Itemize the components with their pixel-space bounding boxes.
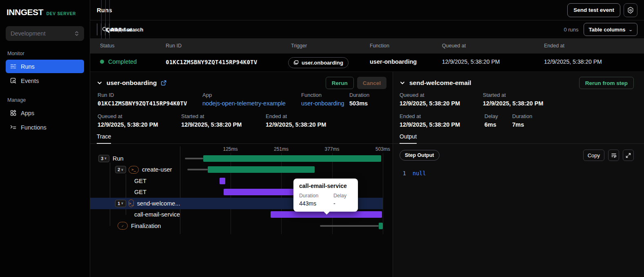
- span-bar[interactable]: [208, 166, 315, 173]
- trigger-pill[interactable]: user.onboarding: [288, 57, 349, 68]
- axis-tick: 125ms: [223, 146, 238, 152]
- span-bar[interactable]: [224, 189, 301, 195]
- trace-row-label: GET: [134, 178, 147, 184]
- field-ended-at: Ended at 12/9/2025, 5:38:20 PM: [266, 113, 326, 128]
- run-detail-section: user-onboarding Rerun Cancel Run ID 01KC…: [90, 72, 644, 277]
- trace-row[interactable]: 2∨>_create-user: [90, 164, 383, 176]
- sidebar-item-functions[interactable]: Functions: [6, 121, 84, 134]
- word-wrap-button[interactable]: [608, 150, 619, 161]
- sidebar-item-label: Runs: [21, 63, 35, 70]
- select-chevrons-icon: [74, 31, 79, 36]
- trace-row-name: 3∨Run: [90, 153, 180, 164]
- trace-row-name: GET: [90, 187, 180, 198]
- column-header-queued-at: Queued at: [442, 43, 466, 49]
- sidebar-section-monitor: Monitor: [7, 51, 82, 56]
- run-detail-title: user-onboarding: [107, 79, 157, 87]
- table-columns-label: Table columns: [589, 27, 626, 33]
- collapse-toggle-button[interactable]: 1∨: [115, 200, 126, 207]
- field-value: 12/9/2025, 5:38:20 PM: [98, 121, 158, 128]
- runs-count: 0 runs: [564, 27, 578, 33]
- field-duration: Duration 503ms: [349, 92, 369, 107]
- collapse-toggle-button[interactable]: 3∨: [98, 155, 109, 162]
- field-value: 6ms: [484, 121, 498, 128]
- expand-button[interactable]: [623, 150, 634, 161]
- function-link[interactable]: user-onboarding: [301, 100, 344, 107]
- external-link-icon[interactable]: [161, 80, 167, 86]
- field-step-duration: Duration 7ms: [512, 113, 532, 128]
- trace-row-label: send-welcome...: [137, 200, 180, 207]
- sidebar: INNGEST DEV SERVER Development Monitor R…: [0, 0, 90, 277]
- collapse-step-chevron-icon[interactable]: [400, 80, 405, 86]
- field-label: Queued at: [400, 92, 460, 98]
- trace-row-name: GET: [90, 175, 180, 187]
- show-search-button[interactable]: Show search: [97, 23, 98, 36]
- app-link[interactable]: nodejs-open-telemetry-example: [202, 100, 286, 107]
- status-dot-icon: [100, 60, 104, 64]
- column-header-run-id: Run ID: [166, 43, 182, 49]
- trace-row-label: create-user: [142, 166, 172, 173]
- step-terminal-icon: >_: [129, 166, 139, 174]
- step-output-chip: Step Output: [400, 150, 440, 161]
- sidebar-item-apps[interactable]: Apps: [6, 106, 84, 120]
- trace-row-name: call-email-service: [90, 209, 180, 221]
- trace-row-name: 2∨>_create-user: [90, 164, 180, 176]
- sidebar-item-events[interactable]: Events: [6, 74, 84, 87]
- tooltip-duration-label: Duration: [299, 193, 333, 199]
- run-queued-at: 12/9/2025, 5:38:20 PM: [442, 58, 500, 65]
- rerun-button[interactable]: Rerun: [326, 77, 354, 89]
- field-value: 12/9/2025, 5:38:20 PM: [400, 100, 460, 107]
- functions-icon: [10, 124, 17, 131]
- rerun-from-step-button[interactable]: Rerun from step: [579, 77, 634, 89]
- dev-server-badge: DEV SERVER: [47, 11, 76, 16]
- table-columns-button[interactable]: Table columns ⌄: [584, 23, 637, 36]
- run-table-row[interactable]: Completed 01KC1ZMSBNY9ZQT415RP94K0TV use…: [90, 54, 644, 72]
- sidebar-item-label: Apps: [21, 110, 34, 116]
- sidebar-item-runs[interactable]: Runs: [6, 60, 84, 73]
- collapse-run-chevron-icon[interactable]: [97, 80, 102, 86]
- span-tooltip: call-email-service Duration 443ms Delay …: [293, 179, 358, 212]
- send-test-event-button[interactable]: Send test event: [567, 3, 620, 17]
- run-function: user-onboarding: [370, 58, 417, 65]
- trace-row-label: Finalization: [131, 223, 161, 229]
- environment-select[interactable]: Development: [6, 26, 84, 41]
- tooltip-title: call-email-service: [299, 183, 352, 189]
- trace-row-name: 1∨>_send-welcome...: [90, 198, 180, 209]
- field-label: Duration: [512, 113, 532, 119]
- field-value: 503ms: [349, 100, 369, 107]
- app-window: INNGEST DEV SERVER Development Monitor R…: [0, 0, 644, 277]
- sidebar-section-manage: Manage: [7, 97, 82, 103]
- tab-output[interactable]: Output: [400, 133, 417, 144]
- trace-axis: 125ms 251ms 377ms 503ms: [180, 146, 383, 153]
- step-detail-tabs: Output: [393, 133, 644, 144]
- queue-delay-segment[interactable]: [187, 169, 208, 170]
- collapse-toggle-button[interactable]: 2∨: [115, 166, 126, 173]
- tooltip-duration-value: 443ms: [299, 200, 333, 207]
- trace-row[interactable]: 3∨Run: [90, 153, 383, 164]
- status-filter: Status All ⌄: [105, 23, 106, 36]
- trace-row-label: GET: [134, 189, 147, 195]
- cancel-button[interactable]: Cancel: [357, 77, 386, 89]
- settings-button[interactable]: [624, 3, 637, 17]
- queue-delay-segment[interactable]: [185, 158, 203, 159]
- field-label: Function: [301, 92, 344, 98]
- app-filter: App All ⌄: [109, 23, 110, 36]
- span-bar[interactable]: [203, 155, 381, 162]
- status-label: Completed: [108, 58, 137, 65]
- queue-delay-segment[interactable]: [320, 225, 379, 227]
- tab-trace[interactable]: Trace: [97, 133, 111, 144]
- trace-row[interactable]: ✓Finalization: [90, 220, 383, 232]
- field-step-ended-at: Ended at 12/9/2025, 5:38:20 PM: [400, 113, 460, 128]
- run-ended-at: 12/9/2025, 5:38:20 PM: [544, 58, 602, 65]
- tooltip-delay-value: -: [333, 200, 352, 207]
- tooltip-delay-label: Delay: [333, 193, 352, 199]
- copy-button[interactable]: Copy: [583, 150, 604, 161]
- span-bar[interactable]: [379, 223, 383, 229]
- trace-chart: 125ms 251ms 377ms 503ms 3∨Run2∨>_create-…: [90, 146, 393, 234]
- chevron-down-icon: ⌄: [124, 27, 129, 32]
- field-label: Started at: [181, 113, 242, 119]
- trace-track: [180, 153, 383, 164]
- trigger-label: user.onboarding: [302, 60, 343, 66]
- events-icon: [10, 77, 17, 84]
- sidebar-item-label: Events: [21, 78, 39, 84]
- span-bar[interactable]: [220, 178, 225, 184]
